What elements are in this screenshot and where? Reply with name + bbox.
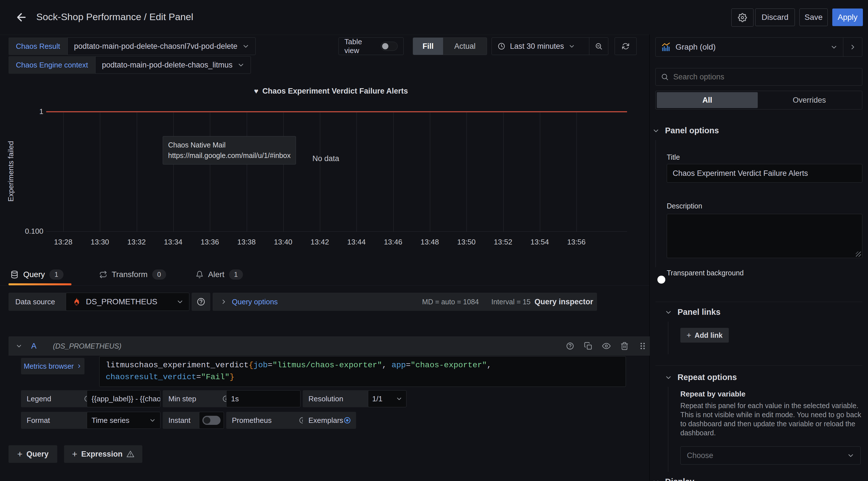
time-range-button[interactable]: Last 30 minutes [492,38,589,55]
tab-all[interactable]: All [657,92,758,108]
exemplars-field-label: Exemplars [303,412,356,429]
resize-handle[interactable] [856,251,861,257]
data-source-picker[interactable]: DS_PROMETHEUS [66,293,189,311]
gridline [136,112,137,232]
query-help-icon[interactable] [566,342,574,350]
plus-icon: + [17,450,23,459]
apply-button[interactable]: Apply [832,8,863,26]
discard-button[interactable]: Discard [755,8,795,26]
search-options-input[interactable] [673,72,857,82]
add-expression-button[interactable]: + Expression [64,445,142,463]
gridline [100,112,100,232]
promql-query-input[interactable]: litmuschaos_experiment_verdict{job="litm… [99,356,626,387]
tab-query[interactable]: Query 1 [8,264,71,285]
chevron-down-icon [569,43,575,49]
viz-select[interactable]: Graph (old) [656,38,843,56]
gridline [576,112,577,232]
resolution-field-label: Resolution [303,390,377,407]
question-circle-icon [196,297,206,306]
database-icon [10,270,19,279]
toggle-viz-pane-button[interactable] [843,38,862,56]
repeat-options-heading[interactable]: Repeat options [665,373,737,382]
x-axis-tick: 13:52 [494,238,512,246]
query-options-bar[interactable]: Query options MD = auto = 1084 Interval … [213,293,542,311]
tab-overrides[interactable]: Overrides [758,92,861,108]
query-row-header[interactable]: A (DS_PROMETHEUS) [8,336,654,356]
tab-count-badge: 1 [229,269,243,280]
tooltip-url[interactable]: https://mail.google.com/mail/u/1/#inbox [168,150,290,161]
gridline [540,112,540,232]
gridlines [46,111,627,232]
gear-icon [738,13,747,22]
zoom-out-button[interactable] [589,38,608,55]
tooltip-title: Chaos Native Mail [168,140,290,150]
active-tab-underline [8,283,71,285]
x-axis-tick: 13:46 [384,238,402,246]
data-source-help-button[interactable] [192,293,210,311]
resolution-select[interactable]: 1/1 [368,390,406,407]
save-button[interactable]: Save [799,8,828,26]
variable-value-dropdown[interactable]: podtato-main-pod-delete-chaosnl7vd-pod-d… [67,37,256,55]
toggle-visibility-icon[interactable] [602,342,611,350]
actual-option[interactable]: Actual [443,38,487,55]
description-label: Description [667,202,702,210]
graph-tooltip: Chaos Native Mail https://mail.google.co… [163,136,296,164]
delete-query-icon[interactable] [620,342,629,350]
gridline [430,112,430,232]
panel-preview-pane: Chaos Result podtato-main-pod-delete-cha… [0,35,650,481]
fill-option[interactable]: Fill [413,38,443,55]
drag-handle-icon[interactable] [639,342,647,350]
table-view-toggle-group[interactable]: Table view [338,37,404,55]
display-options-heading[interactable]: Display [653,477,694,481]
refresh-button[interactable] [615,37,637,55]
graph-plot-area[interactable]: Chaos Native Mail https://mail.google.co… [46,111,627,232]
tab-transform[interactable]: Transform 0 [99,264,166,285]
variable-value-dropdown[interactable]: podtato-main-pod-delete-chaos_litmus [95,56,251,74]
table-view-switch[interactable] [381,42,398,51]
repeat-by-variable-label: Repeat by variable [680,390,746,398]
back-arrow-icon[interactable] [15,11,28,24]
add-link-button[interactable]: + Add link [680,328,729,342]
chevron-down-icon [847,452,854,459]
duplicate-query-icon[interactable] [584,342,592,350]
chevron-down-icon [242,43,249,50]
query-ref-id: A [31,341,37,351]
variable-chaos-result: Chaos Result podtato-main-pod-delete-cha… [8,37,256,55]
exemplars-eye-icon[interactable] [343,416,351,424]
chevron-down-icon [238,62,244,68]
x-axis-tick: 13:50 [457,238,476,246]
description-textarea[interactable] [667,214,862,258]
bell-icon [195,271,204,278]
instant-switch[interactable] [203,416,221,425]
table-view-label: Table view [344,37,376,55]
add-query-button[interactable]: + Query [8,445,57,463]
alert-threshold-line [46,111,627,112]
metrics-browser-button[interactable]: Metrics browser [21,358,85,374]
legend-format-input[interactable]: {{app_label}} - {{chaos… [87,390,160,407]
query-inspector-button[interactable]: Query inspector [531,293,597,311]
instant-switch-box [199,412,224,429]
x-axis-tick: 13:48 [421,238,439,246]
chevron-down-icon [665,309,672,315]
panel-options-heading[interactable]: Panel options [653,126,719,135]
tab-alert[interactable]: Alert 1 [195,264,243,285]
format-select[interactable]: Time series [87,412,160,429]
edit-panel-header: Sock-Shop Performance / Edit Panel Disca… [0,0,868,35]
gridline [247,112,247,232]
min-step-input[interactable] [226,390,301,407]
panel-links-section-heading[interactable]: Panel links [665,307,721,317]
legend-field-label: Legend [21,390,97,407]
panel-title[interactable]: ♥ Chaos Experiment Verdict Failure Alert… [46,87,616,96]
chevron-right-icon [76,364,82,369]
x-axis-tick: 13:28 [54,238,72,246]
panel-settings-button[interactable] [732,8,753,27]
options-sidebar: Graph (old) All Overrides Panel options … [650,35,868,481]
panel-title-input[interactable] [667,164,862,183]
zoom-out-icon [595,42,603,50]
chevron-down-icon [149,417,156,423]
repeat-variable-select[interactable]: Choose [680,446,861,464]
chevron-down-icon [177,298,183,305]
gridline [320,112,320,232]
x-axis-tick: 13:44 [347,238,366,246]
variable-label: Chaos Engine context [8,56,95,74]
